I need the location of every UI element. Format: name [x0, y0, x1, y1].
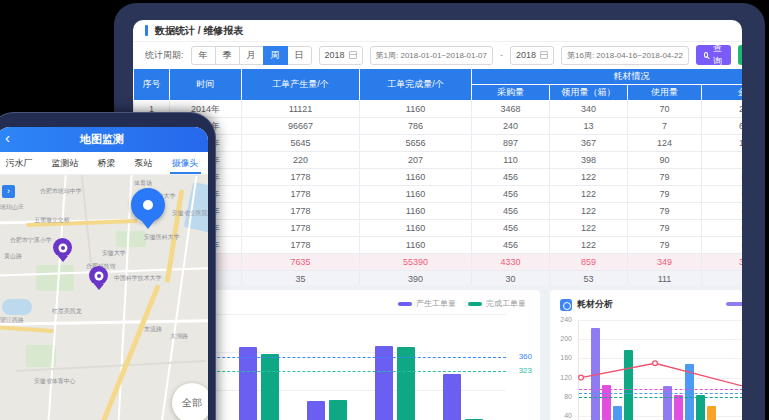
table-cell: 5656	[360, 135, 472, 152]
consumable-chart-card: 耗材分析 2402001601208040	[550, 290, 742, 420]
year-select-end[interactable]: 2018	[510, 46, 554, 65]
table-cell: 690	[702, 118, 743, 135]
week-range-end[interactable]: 第16周: 2018-04-16~2018-04-22	[561, 46, 689, 65]
table-row[interactable]: 92022年177811604561227967	[134, 237, 743, 254]
analysis-icon	[560, 299, 572, 311]
map-label: 安徽省体育中心	[34, 377, 76, 386]
table-row[interactable]: 82021年177811604561227967	[134, 220, 743, 237]
selected-pin-marker[interactable]	[131, 188, 165, 222]
page-title: 地图监测	[80, 132, 124, 147]
calendar-icon	[540, 51, 548, 59]
phone-frame: ‹ 地图监测 污水厂监测站桥梁泵站摄像头 › 全部 合肥市琥珀中学体育场安徽	[0, 112, 216, 420]
table-cell: 79	[628, 186, 702, 203]
back-icon[interactable]: ‹	[5, 130, 10, 145]
table-cell: 90	[628, 152, 702, 169]
map-label: 琥珀山庄	[0, 203, 24, 212]
table-cell: 79	[628, 220, 702, 237]
legend-item[interactable]: 产生工单量	[398, 298, 456, 309]
camera-marker[interactable]	[53, 238, 72, 257]
table-cell: 67	[702, 169, 743, 186]
tab-摄像头[interactable]: 摄像头	[170, 152, 201, 174]
table-row[interactable]: 32016年56455656897367124129	[134, 135, 743, 152]
breadcrumb: 数据统计 / 维修报表	[133, 20, 742, 42]
table-row[interactable]: 62019年177811604561227967	[134, 186, 743, 203]
table-cell: 220	[242, 152, 360, 169]
year-select-start[interactable]: 2018	[319, 46, 363, 65]
period-option-周[interactable]: 周	[263, 46, 288, 65]
column-header: 工单完成量/个	[360, 69, 472, 101]
table-row[interactable]: 12014年111211160346834070250	[134, 101, 743, 118]
reference-label: 323	[519, 366, 532, 375]
camera-marker[interactable]	[89, 266, 108, 285]
highway	[92, 284, 160, 420]
tab-监测站[interactable]: 监测站	[50, 152, 81, 174]
chart-legend: 产生工单量完成工单量	[398, 298, 526, 309]
y-tick-label: 160	[554, 354, 572, 361]
table-cell: 207	[360, 152, 472, 169]
table-cell: 1778	[242, 237, 360, 254]
map-label: 合肥市琥珀中学	[40, 187, 82, 196]
group-column-header: 耗材情况	[472, 69, 743, 85]
bar[interactable]	[307, 401, 325, 420]
tab-桥梁[interactable]: 桥梁	[96, 152, 118, 174]
query-button[interactable]: 查询	[696, 45, 731, 65]
calendar-icon	[349, 51, 357, 59]
table-cell: 1778	[242, 169, 360, 186]
table-cell: 1160	[360, 220, 472, 237]
camera-lens-icon	[97, 274, 101, 278]
map-canvas[interactable]: › 全部 合肥市琥珀中学体育场安徽农业大学五里墩立交桥合肥市宁溪小学安徽医科大学…	[0, 175, 208, 420]
reference-label: 360	[519, 352, 532, 361]
column-header: 工单产生量/个	[242, 69, 360, 101]
period-option-月[interactable]: 月	[239, 46, 264, 65]
consumable-bar-line-chart[interactable]	[578, 320, 742, 420]
table-row[interactable]: 22015年96667786240137690	[134, 118, 743, 135]
expand-panel-button[interactable]: ›	[2, 185, 15, 198]
highway	[0, 325, 54, 333]
table-cell: 456	[472, 186, 550, 203]
map-label: 红星美凯龙	[52, 307, 82, 316]
table-cell: 7	[628, 118, 702, 135]
tab-污水厂[interactable]: 污水厂	[4, 152, 35, 174]
table-cell: 19	[702, 152, 743, 169]
table-cell: 859	[550, 254, 628, 271]
table-cell: 897	[472, 135, 550, 152]
table-row[interactable]: 42017年2202071103989019	[134, 152, 743, 169]
bar[interactable]	[329, 400, 347, 420]
table-cell: 240	[472, 118, 550, 135]
week-range-start[interactable]: 第1周: 2018-01-01~2018-01-07	[370, 46, 493, 65]
table-cell: 13	[550, 118, 628, 135]
legend-item[interactable]: 完成工单量	[468, 298, 526, 309]
period-segment[interactable]: 年季月周日	[191, 46, 312, 65]
report-table: 序号时间工单产生量/个工单完成量/个耗材情况采购量领用量（箱）使用量金额1201…	[133, 68, 742, 288]
table-row[interactable]: 52018年177811604561227967	[134, 169, 743, 186]
table-cell: 5645	[242, 135, 360, 152]
table-row[interactable]: 72020年177811604561227967	[134, 203, 743, 220]
period-option-年[interactable]: 年	[191, 46, 216, 65]
bar[interactable]	[261, 354, 279, 420]
y-tick-label: 80	[554, 393, 572, 400]
table-cell: 79	[628, 203, 702, 220]
breadcrumb-accent	[145, 25, 148, 36]
table-cell: 250	[702, 101, 743, 118]
tab-泵站[interactable]: 泵站	[133, 152, 155, 174]
period-label: 统计周期:	[145, 49, 184, 62]
y-tick-label: 240	[554, 316, 572, 323]
table-cell: 124	[628, 135, 702, 152]
table-cell: 11121	[242, 101, 360, 118]
period-option-日[interactable]: 日	[287, 46, 312, 65]
table-cell: 1160	[360, 237, 472, 254]
map-label: 合肥市宁溪小学	[10, 236, 52, 245]
map-label: 安徽大学	[102, 249, 126, 258]
show-all-button[interactable]: 全部	[172, 383, 208, 420]
bar[interactable]	[443, 374, 461, 420]
table-cell: 122	[550, 169, 628, 186]
table-cell: 1160	[360, 203, 472, 220]
table-cell: 456	[472, 220, 550, 237]
table-cell: 340	[550, 101, 628, 118]
table-cell: 122	[550, 203, 628, 220]
period-option-季[interactable]: 季	[215, 46, 240, 65]
table-cell: 456	[472, 203, 550, 220]
table-cell: 129	[702, 135, 743, 152]
table-cell: 122	[550, 220, 628, 237]
export-excel-button[interactable]: 导出Excel	[738, 45, 742, 65]
